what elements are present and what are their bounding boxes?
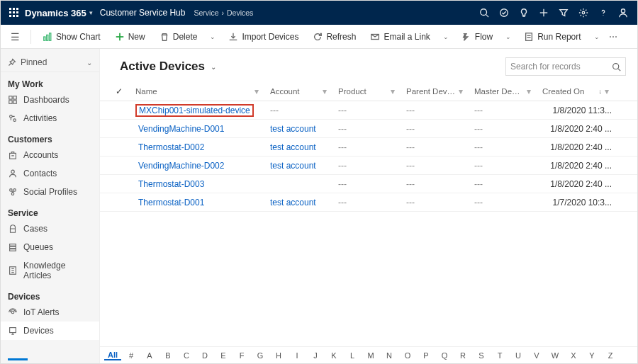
cell-account[interactable]: test account — [266, 142, 334, 152]
col-account[interactable]: Account▾ — [266, 86, 334, 96]
user-icon[interactable] — [613, 8, 633, 18]
plus-icon[interactable] — [534, 8, 554, 18]
filter-icon[interactable]: ▾ — [456, 86, 466, 96]
table-row[interactable]: Thermostat-D003---------1/8/2020 2:40 ..… — [100, 175, 637, 193]
run-report-button[interactable]: Run Report — [518, 29, 586, 45]
search-icon[interactable] — [474, 8, 494, 18]
gear-icon[interactable] — [573, 8, 593, 18]
sidebar-item-accounts[interactable]: Accounts — [1, 146, 99, 164]
brand-chevron-icon[interactable]: ▾ — [89, 9, 93, 16]
filter-icon[interactable]: ▾ — [252, 86, 262, 96]
alpha-l[interactable]: L — [344, 351, 361, 360]
alpha-v[interactable]: V — [528, 351, 545, 360]
run-caret[interactable]: ⌄ — [590, 33, 604, 40]
alpha-j[interactable]: J — [307, 351, 324, 360]
col-parent[interactable]: Parent Device▾ — [402, 86, 470, 96]
task-icon[interactable] — [494, 8, 514, 18]
sidebar-item-queues[interactable]: Queues — [1, 238, 99, 256]
sidebar-item-knowledge-articles[interactable]: Knowledge Articles — [1, 256, 99, 285]
filter-icon[interactable]: ▾ — [320, 86, 330, 96]
col-created[interactable]: Created On↓▾ — [538, 86, 616, 96]
alpha-p[interactable]: P — [418, 351, 435, 360]
filter-icon[interactable]: ▾ — [524, 86, 534, 96]
filter-icon[interactable] — [554, 8, 573, 18]
alpha-f[interactable]: F — [233, 351, 250, 360]
sidebar-item-activities[interactable]: Activities — [1, 109, 99, 127]
sidebar-item-social-profiles[interactable]: Social Profiles — [1, 183, 99, 201]
hamburger-icon[interactable]: ☰ — [8, 31, 22, 42]
hub-label[interactable]: Customer Service Hub — [100, 8, 186, 18]
cell-account[interactable]: test account — [266, 198, 334, 207]
alpha-n[interactable]: N — [381, 351, 398, 360]
alpha-i[interactable]: I — [289, 351, 306, 360]
import-button[interactable]: Import Devices — [223, 29, 304, 45]
new-button[interactable]: New — [109, 29, 151, 45]
cell-name[interactable]: Thermostat-D001 — [131, 197, 266, 208]
cell-name[interactable]: Thermostat-D003 — [131, 178, 266, 190]
help-icon[interactable] — [593, 8, 613, 18]
table-row[interactable]: VendingMachine-D002test account---------… — [100, 157, 637, 175]
show-chart-button[interactable]: Show Chart — [37, 29, 106, 45]
sidebar-item-dashboards[interactable]: Dashboards — [1, 91, 99, 109]
table-row[interactable]: Thermostat-D001test account---------1/7/… — [100, 193, 637, 212]
alpha-all[interactable]: All — [104, 351, 121, 360]
alpha-o[interactable]: O — [399, 351, 416, 360]
filter-icon[interactable]: ▾ — [388, 86, 398, 96]
cell-name[interactable]: VendingMachine-D002 — [131, 160, 266, 171]
cell-account[interactable]: test account — [266, 161, 334, 171]
search-input[interactable]: Search for records — [505, 57, 626, 76]
alpha-g[interactable]: G — [252, 351, 269, 360]
alpha-r[interactable]: R — [454, 351, 471, 360]
sidebar-pinned[interactable]: Pinned ⌄ — [1, 53, 99, 72]
table-row[interactable]: VendingMachine-D001test account---------… — [100, 120, 637, 138]
col-master[interactable]: Master Device▾ — [470, 86, 538, 96]
bulb-icon[interactable] — [514, 8, 534, 18]
alpha-t[interactable]: T — [491, 351, 508, 360]
alpha-m[interactable]: M — [362, 351, 379, 360]
view-chevron-icon[interactable]: ⌄ — [211, 63, 216, 71]
table-row[interactable]: Thermostat-D002test account---------1/8/… — [100, 138, 637, 157]
sidebar-item-cases[interactable]: Cases — [1, 220, 99, 238]
sidebar-item-contacts[interactable]: Contacts — [1, 164, 99, 183]
alpha-b[interactable]: B — [160, 351, 177, 360]
alpha-w[interactable]: W — [547, 351, 564, 360]
delete-button[interactable]: Delete — [154, 29, 203, 45]
alpha-e[interactable]: E — [215, 351, 232, 360]
select-all-check[interactable]: ✓ — [107, 86, 131, 96]
table-row[interactable]: MXChip001-simulated-device------------1/… — [100, 101, 637, 120]
crumb-devices[interactable]: Devices — [227, 8, 253, 17]
col-name[interactable]: Name▾ — [131, 86, 266, 96]
flow-button[interactable]: Flow — [456, 29, 498, 45]
sidebar-item-devices[interactable]: Devices — [1, 322, 99, 340]
cell-name[interactable]: VendingMachine-D001 — [131, 123, 266, 135]
alpha-z[interactable]: Z — [602, 351, 619, 360]
delete-caret[interactable]: ⌄ — [206, 33, 220, 40]
refresh-button[interactable]: Refresh — [307, 29, 362, 45]
alpha-s[interactable]: S — [473, 351, 490, 360]
more-button[interactable]: ⋯ — [607, 32, 621, 42]
crumb-service[interactable]: Service — [194, 8, 218, 17]
email-caret[interactable]: ⌄ — [439, 33, 453, 40]
cell-name[interactable]: Thermostat-D002 — [131, 142, 266, 153]
sidebar-item-iot-alerts[interactable]: IoT Alerts — [1, 303, 99, 322]
cell-name[interactable]: MXChip001-simulated-device — [131, 104, 266, 117]
cell-account[interactable]: test account — [266, 124, 334, 134]
col-product[interactable]: Product▾ — [334, 86, 402, 96]
alpha-q[interactable]: Q — [436, 351, 453, 360]
alpha-x[interactable]: X — [565, 351, 582, 360]
view-title[interactable]: Active Devices — [120, 59, 205, 74]
alpha-#[interactable]: # — [123, 351, 140, 360]
alpha-h[interactable]: H — [270, 351, 287, 360]
alpha-a[interactable]: A — [141, 351, 158, 360]
waffle-icon[interactable] — [5, 8, 23, 18]
email-button[interactable]: Email a Link — [364, 29, 435, 45]
alpha-u[interactable]: U — [510, 351, 527, 360]
alpha-k[interactable]: K — [325, 351, 342, 360]
alpha-d[interactable]: D — [196, 351, 213, 360]
alpha-c[interactable]: C — [178, 351, 195, 360]
flow-caret[interactable]: ⌄ — [501, 33, 515, 40]
alpha-y[interactable]: Y — [583, 351, 600, 360]
cell-account[interactable]: --- — [266, 106, 334, 115]
brand-label[interactable]: Dynamics 365 — [25, 8, 86, 18]
filter-icon[interactable]: ▾ — [602, 86, 612, 96]
